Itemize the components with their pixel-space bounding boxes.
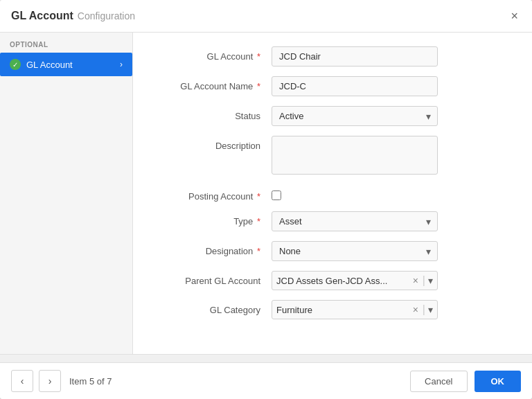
form-row-status: Status Active Inactive [161, 106, 504, 126]
form-row-parent-gl-account: Parent GL Account JCD Assets Gen-JCD Ass… [161, 271, 504, 290]
required-indicator: * [257, 191, 260, 202]
footer-actions: Cancel OK [410, 371, 521, 392]
footer-nav: ‹ › Item 5 of 7 [11, 370, 112, 392]
form-row-description: Description [161, 136, 504, 177]
form-row-type: Type * Asset Liability Equity Revenue Ex… [161, 211, 504, 231]
modal-title: GL Account Configuration [11, 10, 135, 22]
parent-gl-account-clear-icon[interactable]: × [411, 275, 420, 286]
modal-title-sub: Configuration [78, 10, 135, 21]
designation-select[interactable]: None Other [272, 241, 438, 261]
control-designation: None Other [272, 241, 438, 261]
form-row-gl-account: GL Account * [161, 46, 504, 66]
gl-account-input[interactable] [272, 46, 438, 66]
form-row-gl-account-name: GL Account Name * [161, 76, 504, 96]
required-indicator: * [257, 246, 260, 256]
modal-footer: ‹ › Item 5 of 7 Cancel OK [0, 362, 532, 399]
type-select-wrapper: Asset Liability Equity Revenue Expense [272, 211, 438, 231]
prev-button[interactable]: ‹ [11, 370, 33, 392]
form-row-designation: Designation * None Other [161, 241, 504, 261]
tag-divider: | [423, 274, 425, 287]
description-textarea[interactable] [272, 136, 438, 175]
status-select-wrapper: Active Inactive [272, 106, 438, 126]
modal-body: OPTIONAL ✓ GL Account › GL Account * [0, 33, 532, 354]
close-button[interactable]: × [508, 8, 521, 24]
sidebar-item-left: ✓ GL Account [10, 59, 73, 70]
control-gl-account [272, 46, 438, 66]
parent-gl-account-value: JCD Assets Gen-JCD Ass... [276, 276, 409, 286]
posting-account-checkbox[interactable] [272, 190, 281, 200]
form-content: GL Account * GL Account Name * Status [133, 33, 532, 354]
required-indicator: * [257, 216, 260, 227]
cancel-button[interactable]: Cancel [410, 371, 467, 392]
sidebar-item-label: GL Account [26, 60, 73, 70]
parent-gl-account-tag[interactable]: JCD Assets Gen-JCD Ass... × | ▾ [272, 271, 438, 290]
label-description: Description [161, 136, 272, 151]
page-info: Item 5 of 7 [69, 376, 112, 387]
horizontal-scrollbar[interactable] [0, 354, 532, 362]
label-gl-category: GL Category [161, 300, 272, 315]
label-parent-gl-account: Parent GL Account [161, 271, 272, 286]
sidebar-check-icon: ✓ [10, 59, 21, 70]
modal-title-main: GL Account [11, 10, 73, 22]
control-posting-account [272, 186, 438, 200]
control-gl-account-name [272, 76, 438, 96]
label-posting-account: Posting Account * [161, 186, 272, 202]
label-status: Status [161, 106, 272, 121]
gl-category-value: Furniture [276, 305, 409, 315]
modal-container: GL Account Configuration × OPTIONAL ✓ GL… [0, 0, 532, 399]
next-button[interactable]: › [39, 370, 61, 392]
ok-button[interactable]: OK [475, 371, 522, 392]
modal-header: GL Account Configuration × [0, 0, 532, 33]
required-indicator: * [257, 81, 260, 91]
gl-category-dropdown-icon[interactable]: ▾ [428, 304, 433, 315]
required-indicator: * [257, 51, 260, 62]
gl-category-clear-icon[interactable]: × [411, 304, 420, 315]
form-row-posting-account: Posting Account * [161, 186, 504, 202]
form-row-gl-category: GL Category Furniture × | ▾ [161, 300, 504, 319]
control-parent-gl-account: JCD Assets Gen-JCD Ass... × | ▾ [272, 271, 438, 290]
label-designation: Designation * [161, 241, 272, 256]
sidebar-item-gl-account[interactable]: ✓ GL Account › [0, 53, 132, 76]
label-type: Type * [161, 211, 272, 227]
status-select[interactable]: Active Inactive [272, 106, 438, 126]
control-type: Asset Liability Equity Revenue Expense [272, 211, 438, 231]
type-select[interactable]: Asset Liability Equity Revenue Expense [272, 211, 438, 231]
control-gl-category: Furniture × | ▾ [272, 300, 438, 319]
parent-gl-account-dropdown-icon[interactable]: ▾ [428, 275, 433, 286]
tag-divider-2: | [423, 303, 425, 316]
sidebar: OPTIONAL ✓ GL Account › [0, 33, 133, 354]
gl-category-tag[interactable]: Furniture × | ▾ [272, 300, 438, 319]
label-gl-account: GL Account * [161, 46, 272, 62]
sidebar-section-label: OPTIONAL [0, 33, 132, 53]
gl-account-name-input[interactable] [272, 76, 438, 96]
label-gl-account-name: GL Account Name * [161, 76, 272, 91]
control-description [272, 136, 438, 177]
designation-select-wrapper: None Other [272, 241, 438, 261]
control-status: Active Inactive [272, 106, 438, 126]
chevron-right-icon: › [120, 60, 123, 69]
